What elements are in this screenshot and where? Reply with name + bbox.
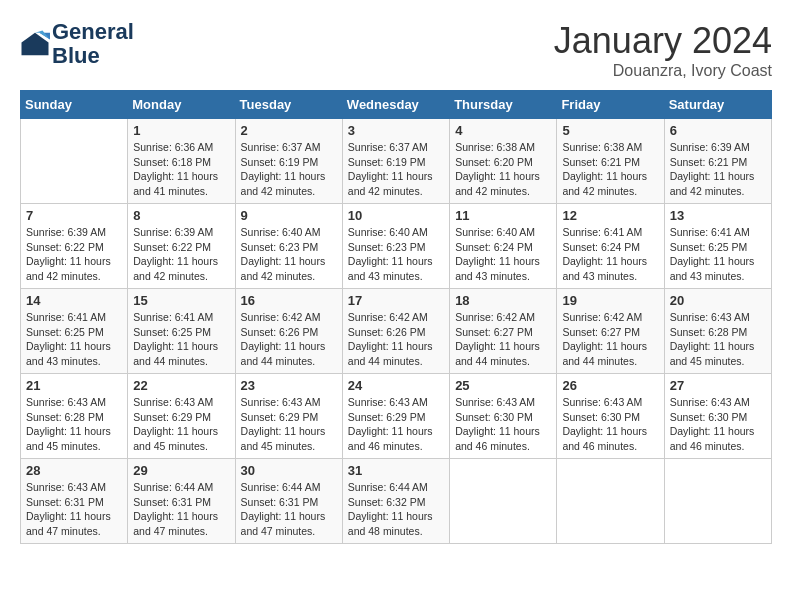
day-info: Sunrise: 6:43 AMSunset: 6:29 PMDaylight:… xyxy=(241,395,337,454)
day-number: 2 xyxy=(241,123,337,138)
calendar-cell: 21Sunrise: 6:43 AMSunset: 6:28 PMDayligh… xyxy=(21,374,128,459)
day-info: Sunrise: 6:38 AMSunset: 6:20 PMDaylight:… xyxy=(455,140,551,199)
day-info: Sunrise: 6:43 AMSunset: 6:31 PMDaylight:… xyxy=(26,480,122,539)
day-info: Sunrise: 6:43 AMSunset: 6:30 PMDaylight:… xyxy=(670,395,766,454)
day-info: Sunrise: 6:43 AMSunset: 6:29 PMDaylight:… xyxy=(133,395,229,454)
calendar-cell: 2Sunrise: 6:37 AMSunset: 6:19 PMDaylight… xyxy=(235,119,342,204)
calendar-body: 1Sunrise: 6:36 AMSunset: 6:18 PMDaylight… xyxy=(21,119,772,544)
weekday-header: Monday xyxy=(128,91,235,119)
logo-icon xyxy=(20,29,50,59)
day-info: Sunrise: 6:41 AMSunset: 6:25 PMDaylight:… xyxy=(670,225,766,284)
calendar-cell: 29Sunrise: 6:44 AMSunset: 6:31 PMDayligh… xyxy=(128,459,235,544)
logo-text: General Blue xyxy=(52,20,134,68)
day-number: 19 xyxy=(562,293,658,308)
day-number: 6 xyxy=(670,123,766,138)
day-info: Sunrise: 6:40 AMSunset: 6:23 PMDaylight:… xyxy=(348,225,444,284)
day-info: Sunrise: 6:42 AMSunset: 6:26 PMDaylight:… xyxy=(241,310,337,369)
day-number: 14 xyxy=(26,293,122,308)
day-info: Sunrise: 6:43 AMSunset: 6:28 PMDaylight:… xyxy=(670,310,766,369)
month-title: January 2024 xyxy=(554,20,772,62)
day-number: 4 xyxy=(455,123,551,138)
day-number: 29 xyxy=(133,463,229,478)
calendar-cell: 1Sunrise: 6:36 AMSunset: 6:18 PMDaylight… xyxy=(128,119,235,204)
logo: General Blue xyxy=(20,20,134,68)
day-number: 11 xyxy=(455,208,551,223)
calendar-cell: 13Sunrise: 6:41 AMSunset: 6:25 PMDayligh… xyxy=(664,204,771,289)
day-info: Sunrise: 6:41 AMSunset: 6:24 PMDaylight:… xyxy=(562,225,658,284)
day-number: 12 xyxy=(562,208,658,223)
calendar-cell: 6Sunrise: 6:39 AMSunset: 6:21 PMDaylight… xyxy=(664,119,771,204)
calendar-cell: 26Sunrise: 6:43 AMSunset: 6:30 PMDayligh… xyxy=(557,374,664,459)
calendar-cell: 12Sunrise: 6:41 AMSunset: 6:24 PMDayligh… xyxy=(557,204,664,289)
day-info: Sunrise: 6:39 AMSunset: 6:22 PMDaylight:… xyxy=(26,225,122,284)
day-number: 16 xyxy=(241,293,337,308)
day-info: Sunrise: 6:41 AMSunset: 6:25 PMDaylight:… xyxy=(133,310,229,369)
day-number: 9 xyxy=(241,208,337,223)
calendar-cell: 23Sunrise: 6:43 AMSunset: 6:29 PMDayligh… xyxy=(235,374,342,459)
day-number: 31 xyxy=(348,463,444,478)
day-number: 24 xyxy=(348,378,444,393)
title-block: January 2024 Douanzra, Ivory Coast xyxy=(554,20,772,80)
day-info: Sunrise: 6:44 AMSunset: 6:31 PMDaylight:… xyxy=(241,480,337,539)
day-info: Sunrise: 6:39 AMSunset: 6:21 PMDaylight:… xyxy=(670,140,766,199)
calendar-week-row: 14Sunrise: 6:41 AMSunset: 6:25 PMDayligh… xyxy=(21,289,772,374)
calendar-cell: 9Sunrise: 6:40 AMSunset: 6:23 PMDaylight… xyxy=(235,204,342,289)
day-info: Sunrise: 6:42 AMSunset: 6:27 PMDaylight:… xyxy=(562,310,658,369)
calendar-cell: 16Sunrise: 6:42 AMSunset: 6:26 PMDayligh… xyxy=(235,289,342,374)
calendar-cell: 22Sunrise: 6:43 AMSunset: 6:29 PMDayligh… xyxy=(128,374,235,459)
calendar-table: SundayMondayTuesdayWednesdayThursdayFrid… xyxy=(20,90,772,544)
day-info: Sunrise: 6:44 AMSunset: 6:31 PMDaylight:… xyxy=(133,480,229,539)
calendar-cell: 5Sunrise: 6:38 AMSunset: 6:21 PMDaylight… xyxy=(557,119,664,204)
calendar-cell: 10Sunrise: 6:40 AMSunset: 6:23 PMDayligh… xyxy=(342,204,449,289)
day-info: Sunrise: 6:44 AMSunset: 6:32 PMDaylight:… xyxy=(348,480,444,539)
calendar-cell: 25Sunrise: 6:43 AMSunset: 6:30 PMDayligh… xyxy=(450,374,557,459)
weekday-header: Friday xyxy=(557,91,664,119)
day-number: 23 xyxy=(241,378,337,393)
day-number: 30 xyxy=(241,463,337,478)
day-info: Sunrise: 6:41 AMSunset: 6:25 PMDaylight:… xyxy=(26,310,122,369)
calendar-cell: 27Sunrise: 6:43 AMSunset: 6:30 PMDayligh… xyxy=(664,374,771,459)
day-info: Sunrise: 6:39 AMSunset: 6:22 PMDaylight:… xyxy=(133,225,229,284)
page-header: General Blue January 2024 Douanzra, Ivor… xyxy=(20,20,772,80)
calendar-cell: 11Sunrise: 6:40 AMSunset: 6:24 PMDayligh… xyxy=(450,204,557,289)
weekday-header: Tuesday xyxy=(235,91,342,119)
day-info: Sunrise: 6:38 AMSunset: 6:21 PMDaylight:… xyxy=(562,140,658,199)
calendar-week-row: 28Sunrise: 6:43 AMSunset: 6:31 PMDayligh… xyxy=(21,459,772,544)
calendar-week-row: 7Sunrise: 6:39 AMSunset: 6:22 PMDaylight… xyxy=(21,204,772,289)
day-number: 28 xyxy=(26,463,122,478)
calendar-week-row: 1Sunrise: 6:36 AMSunset: 6:18 PMDaylight… xyxy=(21,119,772,204)
calendar-cell: 7Sunrise: 6:39 AMSunset: 6:22 PMDaylight… xyxy=(21,204,128,289)
calendar-cell: 3Sunrise: 6:37 AMSunset: 6:19 PMDaylight… xyxy=(342,119,449,204)
day-number: 5 xyxy=(562,123,658,138)
day-number: 27 xyxy=(670,378,766,393)
calendar-week-row: 21Sunrise: 6:43 AMSunset: 6:28 PMDayligh… xyxy=(21,374,772,459)
day-number: 7 xyxy=(26,208,122,223)
day-number: 21 xyxy=(26,378,122,393)
calendar-cell: 14Sunrise: 6:41 AMSunset: 6:25 PMDayligh… xyxy=(21,289,128,374)
weekday-header: Saturday xyxy=(664,91,771,119)
day-number: 20 xyxy=(670,293,766,308)
day-info: Sunrise: 6:40 AMSunset: 6:24 PMDaylight:… xyxy=(455,225,551,284)
calendar-cell: 4Sunrise: 6:38 AMSunset: 6:20 PMDaylight… xyxy=(450,119,557,204)
calendar-cell: 17Sunrise: 6:42 AMSunset: 6:26 PMDayligh… xyxy=(342,289,449,374)
location: Douanzra, Ivory Coast xyxy=(554,62,772,80)
weekday-header: Wednesday xyxy=(342,91,449,119)
calendar-cell: 30Sunrise: 6:44 AMSunset: 6:31 PMDayligh… xyxy=(235,459,342,544)
day-number: 25 xyxy=(455,378,551,393)
weekday-header: Sunday xyxy=(21,91,128,119)
day-number: 1 xyxy=(133,123,229,138)
calendar-cell xyxy=(557,459,664,544)
day-number: 3 xyxy=(348,123,444,138)
day-info: Sunrise: 6:43 AMSunset: 6:30 PMDaylight:… xyxy=(562,395,658,454)
day-info: Sunrise: 6:40 AMSunset: 6:23 PMDaylight:… xyxy=(241,225,337,284)
day-info: Sunrise: 6:43 AMSunset: 6:29 PMDaylight:… xyxy=(348,395,444,454)
day-info: Sunrise: 6:43 AMSunset: 6:28 PMDaylight:… xyxy=(26,395,122,454)
day-number: 10 xyxy=(348,208,444,223)
calendar-cell xyxy=(664,459,771,544)
calendar-cell: 28Sunrise: 6:43 AMSunset: 6:31 PMDayligh… xyxy=(21,459,128,544)
calendar-cell: 18Sunrise: 6:42 AMSunset: 6:27 PMDayligh… xyxy=(450,289,557,374)
day-number: 17 xyxy=(348,293,444,308)
weekday-header: Thursday xyxy=(450,91,557,119)
calendar-cell: 15Sunrise: 6:41 AMSunset: 6:25 PMDayligh… xyxy=(128,289,235,374)
day-info: Sunrise: 6:43 AMSunset: 6:30 PMDaylight:… xyxy=(455,395,551,454)
